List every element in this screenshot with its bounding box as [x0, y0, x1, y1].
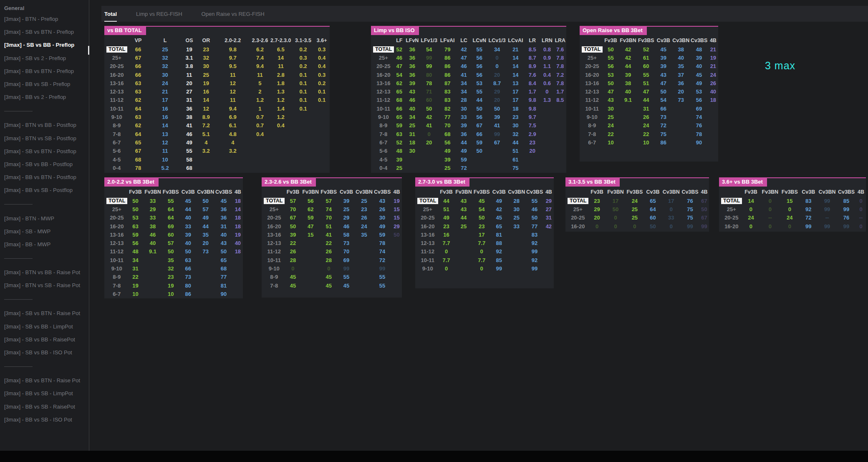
sidebar-item-3max-sb-vs-btn-raise-pot[interactable]: [3max] - SB vs BTN - Raise Pot [0, 307, 89, 320]
row-label: TOTAL [580, 45, 603, 53]
sidebar-item-3max-sb-vs-2-preflop[interactable]: [3max] - SB vs 2 - Preflop [0, 52, 89, 65]
table-title[interactable]: 3.6+ vs BB 3Bet [719, 177, 767, 187]
stat-cell: 53 [127, 214, 144, 222]
table-row: 8-922237377 [104, 273, 243, 281]
sidebar-item-3max-bb-vs-btn-raise-pot[interactable]: [3max] - BB vs BTN - Raise Pot [0, 374, 89, 387]
stat-cell: 64 [162, 205, 180, 213]
table-row: 25+51435442304627 [415, 205, 554, 213]
stat-cell [301, 264, 320, 273]
sidebar-item-3max-bb-mwp[interactable]: [3max] - BB - MWP [0, 238, 89, 251]
sidebar-item-3max-btn-mwp[interactable]: [3max] - BTN - MWP [0, 212, 89, 225]
tab-limp-vs-reg-fish[interactable]: Limp vs REG-FISH [136, 6, 182, 22]
sidebar-item-3max-sb-vs-bb-raisepot[interactable]: [3max] - SB vs BB - RaisePot [0, 333, 89, 346]
total-chip: TOTAL [568, 198, 588, 204]
stat-cell [269, 164, 293, 172]
stat-cell: 34 [457, 79, 472, 87]
stat-cell: 50 [473, 214, 491, 222]
sidebar-item-3max-btn-preflop[interactable]: [3max] - BTN - Preflop [0, 13, 89, 25]
sidebar-item-3max-bb-vs-btn-preflop[interactable]: [3max] - BB vs BTN - Preflop [0, 65, 89, 78]
table-title[interactable]: 2.0-2.2 vs BB 3Bet [104, 177, 159, 187]
stat-cell [554, 138, 566, 146]
stat-cell: 40 [180, 214, 197, 222]
stat-cell: 0.1 [293, 87, 314, 96]
stat-cell: 35 [355, 230, 373, 239]
sidebar-item-3max-bb-vs-sb-postflop[interactable]: [3max] - BB vs SB - Postflop [0, 184, 89, 197]
stat-cell: 30 [507, 205, 525, 213]
sidebar-item-3max-bb-vs-sb-iso-pot[interactable]: [3max] - BB vs SB - ISO Pot [0, 413, 89, 426]
stat-cell: 11 [214, 71, 251, 79]
stat-cell [507, 247, 525, 256]
stat-cell [301, 247, 320, 256]
sidebar-item-3max-sb-vs-btn-preflop[interactable]: [3max] - SB vs BTN - Preflop [0, 25, 89, 38]
col-header-fv3bn: Fv3BN [619, 35, 637, 45]
col-header-cv3bs: Cv3BS [214, 187, 232, 197]
stat-cell: 56 [301, 197, 320, 205]
stat-cell: 44 [197, 222, 214, 230]
table-title[interactable]: 2.7-3.0 vs BB 3Bet [415, 177, 469, 187]
tab-open-raise-vs-reg-fish[interactable]: Open Raise vs REG-FISH [202, 6, 265, 22]
stat-cell [251, 147, 269, 155]
sidebar-item-3max-btn-vs-sb-raise-pot[interactable]: [3max] - BTN vs SB - Raise Pot [0, 279, 89, 292]
sidebar-item-3max-bb-vs-2-preflop[interactable]: [3max] - BB vs 2 - Preflop [0, 91, 89, 104]
table-row: 10-1134356365 [104, 256, 243, 264]
sidebar-item-3max-sb-vs-btn-postflop[interactable]: [3max] - SB vs BTN - Postflop [0, 145, 89, 158]
row-label: 16-20 [371, 71, 394, 79]
stat-cell [708, 138, 718, 146]
stat-cell: 12 [149, 138, 181, 146]
stat-cell: 76 [837, 214, 856, 222]
stat-cell: 59 [301, 214, 320, 222]
stat-cell: 0 [606, 222, 626, 230]
sidebar-item-3max-bb-vs-btn-postflop[interactable]: [3max] - BB vs BTN - Postflop [0, 171, 89, 184]
stat-cell: 46 [405, 96, 419, 104]
row-label: 13-16 [262, 230, 285, 239]
stat-cell: 0.3 [314, 45, 330, 53]
sidebar-item-3max-bb-vs-sb-limppot[interactable]: [3max] - BB vs SB - LimpPot [0, 387, 89, 400]
stat-cell: 56 [471, 71, 487, 79]
stat-cell: 65 [644, 197, 661, 205]
table-row: TOTAL23172465177667 [565, 197, 709, 205]
table-row: 13-1639154158355950 [262, 230, 402, 239]
sidebar-item-3max-btn-vs-bb-postflop[interactable]: [3max] - BTN vs BB - Postflop [0, 119, 89, 131]
stat-cell: 47 [457, 53, 472, 62]
table-title[interactable]: Limp vs BB ISO [371, 26, 419, 35]
sidebar-item-3max-sb-vs-bb-preflop[interactable]: [3max] - SB vs BB - Preflop [0, 38, 89, 51]
sidebar-item-3max-btn-vs-sb-postflop[interactable]: [3max] - BTN vs SB - Postflop [0, 132, 89, 145]
stat-cell: 99 [818, 197, 837, 205]
stat-cell: 0.1 [293, 79, 314, 87]
stat-cell: 63 [127, 222, 144, 230]
sidebar-item-3max-sb-vs-bb-iso-pot[interactable]: [3max] - SB vs BB - ISO Pot [0, 346, 89, 359]
stat-cell: 17 [507, 96, 525, 104]
sidebar-item-3max-sb-vs-bb-limppot[interactable]: [3max] - SB vs BB - LimpPot [0, 320, 89, 333]
stat-cell: 2.9 [525, 130, 540, 138]
col-header-lfv1-3: LFv1/3 [420, 35, 439, 45]
sidebar-item-3max-bb-vs-sb-raisepot[interactable]: [3max] - BB vs SB - RaisePot [0, 400, 89, 413]
stat-cell [197, 281, 214, 290]
stat-cell: 49 [457, 147, 472, 155]
sidebar-item-3max-sb-mwp[interactable]: [3max] - SB - MWP [0, 225, 89, 238]
col-header-fv3bn: Fv3BN [760, 187, 780, 197]
stat-cell: 74 [320, 205, 338, 213]
table-title[interactable]: 3.1-3.5 vs BB 3Bet [565, 177, 620, 187]
stat-cell: 50 [525, 214, 543, 222]
stat-cell: -- [856, 214, 866, 222]
stat-cell: 39 [690, 53, 708, 62]
table-title[interactable]: 2.3-2.6 vs BB 3Bet [262, 177, 316, 187]
table-row: 8-959254170396741307.5 [371, 121, 566, 130]
stat-cell: 50 [420, 104, 439, 113]
sidebar-item-3max-btn-vs-bb-raise-pot[interactable]: [3max] - BTN vs BB - Raise Pot [0, 266, 89, 279]
stat-cell: 0.1 [314, 87, 330, 96]
stat-cell: 65 [394, 113, 405, 121]
stat-cell: 26 [285, 247, 302, 256]
tab-total[interactable]: Total [104, 6, 117, 22]
stat-cell: 7.5 [525, 121, 540, 130]
sidebar-item-3max-sb-vs-bb-postflop[interactable]: [3max] - SB vs BB - Postflop [0, 158, 89, 171]
table-title[interactable]: vs BB TOTAL [104, 26, 146, 35]
stat-cell: 67 [487, 138, 506, 146]
table-title[interactable]: Open Raise vs BB 3Bet [580, 26, 647, 35]
table-row: 25+2950256407550 [565, 205, 709, 213]
stat-cell: 10 [149, 155, 181, 164]
sidebar-item-3max-bb-vs-sb-preflop[interactable]: [3max] - BB vs SB - Preflop [0, 78, 89, 91]
stat-cell: 66 [180, 264, 197, 273]
stat-cell: 8.9 [525, 62, 540, 71]
stat-cell: 50 [655, 87, 672, 96]
